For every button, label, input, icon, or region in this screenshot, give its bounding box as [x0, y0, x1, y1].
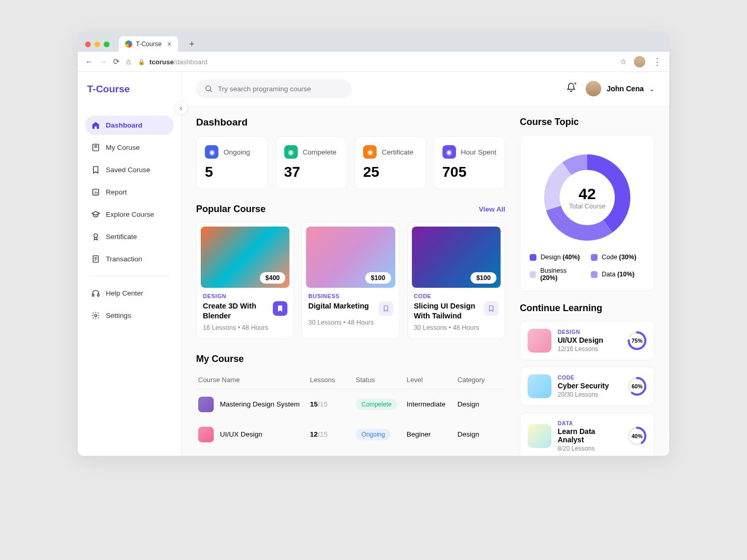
course-title: Create 3D With Blender [203, 301, 269, 321]
bookmark-button[interactable] [379, 301, 393, 316]
legend-item: Design (40%) [530, 254, 584, 261]
close-window-icon[interactable] [85, 41, 91, 47]
book-icon [91, 143, 100, 152]
course-meta: 30 Lessons • 48 Hours [414, 324, 499, 331]
course-title: Slicing UI Design With Tailwind [414, 301, 480, 321]
continue-thumbnail [528, 424, 551, 448]
continue-meta: 8/20 Lessons [558, 445, 621, 452]
view-all-link[interactable]: View All [479, 205, 505, 213]
table-row[interactable]: Mastering Design System 15/15 Compelete … [196, 389, 505, 419]
maximize-window-icon[interactable] [104, 41, 109, 47]
sidebar-item-label: Sertificate [106, 233, 137, 241]
row-category: Design [458, 400, 503, 408]
notifications-button[interactable] [566, 82, 576, 95]
minimize-window-icon[interactable] [94, 41, 100, 47]
continue-card[interactable]: DATA Learn Data Analyst 8/20 Lessons 40% [520, 412, 655, 456]
row-level: Intermediate [407, 400, 458, 408]
user-menu[interactable]: John Cena ⌄ [586, 81, 655, 96]
stat-value: 5 [205, 164, 259, 180]
course-title: Digital Marketing [308, 301, 369, 311]
continue-title: Cyber Security [558, 382, 621, 390]
svg-point-7 [206, 86, 211, 91]
course-category: BUSINESS [308, 293, 393, 299]
progress-ring: 60% [627, 376, 647, 396]
legend-item: Code (30%) [591, 254, 645, 261]
sidebar-item-label: Report [106, 188, 127, 196]
course-card[interactable]: $400 DESIGN Create 3D With Blender 16 Le… [196, 222, 294, 339]
stat-label: Certificate [382, 148, 413, 156]
sidebar-item-saved-course[interactable]: Saved Coruse [85, 160, 174, 179]
sidebar-item-report[interactable]: Report [85, 183, 174, 202]
continue-thumbnail [528, 374, 551, 398]
profile-icon[interactable] [634, 56, 645, 67]
status-badge: Compelete [356, 399, 397, 410]
status-badge: Ongoing [356, 429, 391, 440]
stat-card: ◉ Hour Spent 705 [434, 136, 506, 189]
stat-icon: ◉ [205, 145, 218, 159]
continue-card[interactable]: DESIGN UI/UX Design 12/16 Lessons 75% [520, 321, 655, 360]
page-title: Dashboard [196, 117, 505, 128]
continue-meta: 20/30 Lessons [558, 391, 621, 398]
sidebar-item-explore[interactable]: Explore Course [85, 205, 174, 224]
browser-menu-icon[interactable]: ⋮ [653, 56, 662, 67]
search-field[interactable] [196, 79, 352, 98]
forward-icon[interactable]: → [99, 57, 107, 66]
bookmark-button[interactable] [273, 301, 287, 316]
course-category: DESIGN [203, 293, 287, 299]
stat-card: ◉ Compelete 37 [275, 136, 348, 189]
collapse-sidebar-button[interactable]: ‹ [174, 101, 188, 115]
chevron-down-icon: ⌄ [649, 85, 655, 93]
svg-rect-4 [92, 294, 94, 296]
tab-title: T-Course [136, 40, 161, 48]
svg-point-2 [94, 234, 98, 237]
stat-icon: ◉ [363, 145, 377, 159]
notification-dot-icon [573, 81, 577, 86]
address-bar[interactable]: 🔒 tcoruse/dashboard [138, 58, 613, 66]
sidebar-item-dashboard[interactable]: Dashboard [85, 116, 174, 135]
row-thumbnail [198, 397, 214, 412]
window-controls [85, 41, 109, 47]
swatch-icon [530, 271, 536, 278]
badge-icon [91, 232, 100, 241]
bookmark-icon [91, 165, 100, 174]
continue-title: Learn Data Analyst [558, 427, 621, 444]
continue-meta: 12/16 Lessons [558, 345, 621, 353]
progress-ring: 40% [627, 426, 647, 446]
continue-category: CODE [558, 374, 621, 381]
close-tab-icon[interactable]: × [167, 40, 171, 48]
home-icon[interactable]: ⌂ [126, 57, 131, 66]
receipt-icon [91, 255, 100, 263]
url-bar: ← → ⟳ ⌂ 🔒 tcoruse/dashboard ☆ ⋮ [78, 52, 669, 72]
price-badge: $100 [471, 272, 496, 284]
sidebar-item-label: Settings [106, 312, 131, 319]
sidebar-item-help[interactable]: Help Center [85, 284, 174, 303]
stat-icon: ◉ [442, 145, 456, 159]
stat-value: 705 [442, 164, 497, 180]
browser-tab-strip: T-Course × + [78, 31, 669, 52]
sidebar-item-my-course[interactable]: My Coruse [85, 138, 174, 157]
continue-title: Continue Learning [520, 303, 655, 314]
table-row[interactable]: Learn Data Analyst 8/20 Ongoing Expert D… [196, 450, 505, 456]
sidebar-item-settings[interactable]: Settings [85, 306, 174, 325]
continue-card[interactable]: CODE Cyber Security 20/30 Lessons 60% [520, 367, 655, 406]
table-row[interactable]: UI/UX Design 12/15 Ongoing Beginer Desig… [196, 419, 505, 450]
sidebar-item-certificate[interactable]: Sertificate [85, 227, 174, 246]
headset-icon [91, 289, 100, 298]
stat-label: Ongoing [224, 148, 250, 156]
bookmark-button[interactable] [484, 301, 499, 316]
donut-label: Total Course [569, 203, 605, 210]
reload-icon[interactable]: ⟳ [113, 57, 120, 66]
donut-value: 42 [578, 185, 596, 203]
sidebar-item-transaction[interactable]: Transaction [85, 249, 174, 269]
new-tab-button[interactable]: + [189, 39, 195, 50]
browser-tab[interactable]: T-Course × [119, 36, 178, 52]
price-badge: $400 [260, 272, 286, 284]
back-icon[interactable]: ← [85, 57, 93, 66]
course-card[interactable]: $100 CODE Slicing UI Design With Tailwin… [407, 222, 505, 339]
donut-chart: 42 Total Course [541, 151, 634, 244]
course-thumbnail: $100 [412, 227, 501, 288]
bookmark-page-icon[interactable]: ☆ [620, 57, 627, 66]
row-course-name: Mastering Design System [220, 400, 300, 408]
search-input[interactable] [218, 85, 343, 93]
course-card[interactable]: $100 BUSINESS Digital Marketing 30 Lesso… [301, 222, 399, 339]
